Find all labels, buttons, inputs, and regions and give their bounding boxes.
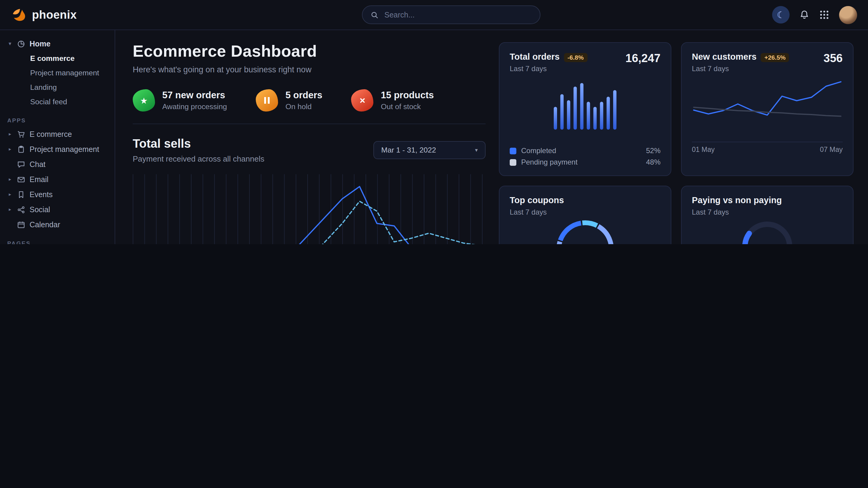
- caret-right-icon: ▸: [7, 176, 13, 182]
- date-range-select[interactable]: Mar 1 - 31, 2022 ▾: [373, 141, 486, 159]
- sidebar-item-landing[interactable]: Landing: [0, 80, 115, 95]
- sidebar-item-social[interactable]: ▸Social: [0, 202, 115, 217]
- stats-row: ★ 57 new orders Awating processing 5 ord…: [133, 89, 486, 124]
- navbar-search-input[interactable]: [384, 10, 532, 19]
- stat-caption: Out of stock: [381, 102, 434, 111]
- notifications-bell-icon[interactable]: [799, 10, 809, 20]
- new-customers-line-chart: [692, 78, 843, 138]
- cart-icon: [17, 130, 25, 138]
- page-title: Ecommerce Dashboard: [133, 42, 486, 61]
- sidebar-item-label: Events: [30, 190, 53, 199]
- brand-name: phoenix: [32, 8, 77, 22]
- dashboard-left-column: Ecommerce Dashboard Here's what's going …: [133, 42, 486, 244]
- total-orders-bar-chart: [554, 76, 617, 130]
- sidebar-item-social-feed[interactable]: Social feed: [0, 95, 115, 109]
- navbar-actions: ☾: [772, 6, 857, 24]
- sidebar-item-label: Email: [30, 175, 49, 184]
- chat-icon: [17, 160, 25, 168]
- total-sells-subtitle: Payment received across all channels: [133, 154, 264, 163]
- main-content: Ecommerce Dashboard Here's what's going …: [115, 30, 868, 244]
- total-sells-chart-area: 01 May 15 May 30 May: [133, 172, 486, 244]
- page-subtitle: Here's what's going on at your business …: [133, 65, 486, 74]
- stat-caption: Awating processing: [162, 102, 227, 111]
- navbar-search[interactable]: [362, 5, 541, 24]
- stat-new-orders: ★ 57 new orders Awating processing: [133, 89, 227, 111]
- caret-right-icon: ▸: [7, 192, 13, 197]
- star-icon: ★: [133, 89, 155, 111]
- stat-orders-on-hold: 5 orders On hold: [256, 89, 322, 111]
- sidebar-item-label: Chat: [30, 160, 45, 168]
- card-title: New customers: [692, 52, 756, 62]
- sidebar-item-home[interactable]: ▾ Home: [0, 36, 115, 51]
- sidebar-item-chat[interactable]: Chat: [0, 157, 115, 172]
- sidebar-section-apps: APPS: [7, 117, 107, 124]
- sidebar-item-label: Project management: [30, 69, 99, 77]
- card-title: Paying vs non paying: [692, 195, 782, 205]
- x-icon: ×: [351, 89, 374, 111]
- stat-value: 5 orders: [285, 90, 322, 101]
- card-value: 356: [824, 52, 843, 65]
- sidebar-item-label: E commerce: [30, 130, 72, 138]
- card-period: Last 7 days: [692, 208, 782, 217]
- pause-icon: [256, 89, 278, 111]
- clipboard-icon: [17, 145, 25, 154]
- top-coupons-card: Top coupons Last 7 days 72% Percentage d…: [499, 186, 671, 244]
- legend-swatch: [510, 159, 516, 165]
- sidebar-item-apps-ecommerce[interactable]: ▸E commerce: [0, 127, 115, 142]
- apps-grid-icon[interactable]: [819, 10, 829, 20]
- sidebar-item-events[interactable]: ▸Events: [0, 187, 115, 202]
- search-icon: [371, 10, 379, 19]
- kpi-cards: Total orders-6.8% Last 7 days 16,247 Com…: [499, 42, 854, 244]
- moon-icon: ☾: [777, 9, 785, 20]
- trend-badge: +26.5%: [761, 53, 789, 62]
- sidebar-item-calendar[interactable]: Calendar: [0, 217, 115, 232]
- caret-right-icon: ▸: [7, 147, 13, 152]
- paying-vs-nonpaying-card: Paying vs non paying Last 7 days Paying …: [681, 186, 854, 244]
- app-root: phoenix ☾ ▾ Home E commerce Project mana…: [0, 0, 868, 244]
- sidebar-item-label: Social: [30, 205, 50, 214]
- card-title: Total orders: [510, 52, 559, 62]
- share-icon: [17, 205, 25, 214]
- donut-center-label: 72%: [556, 220, 614, 244]
- user-avatar[interactable]: [839, 6, 857, 24]
- legend-value: 52%: [646, 147, 660, 155]
- sidebar-nav: ▾ Home E commerce Project management Lan…: [0, 30, 115, 244]
- sidebar-item-label: E commerce: [30, 54, 74, 63]
- calendar-icon: [17, 220, 25, 229]
- legend-label: Pending payment: [521, 158, 578, 166]
- sidebar-item-ecommerce-dashboard[interactable]: E commerce: [0, 51, 115, 66]
- new-customers-x-axis: 01 May 07 May: [692, 142, 843, 153]
- legend-label: Completed: [521, 147, 556, 155]
- x-tick: 01 May: [692, 146, 714, 153]
- legend-item: Completed52%: [510, 147, 660, 155]
- stat-value: 57 new orders: [162, 90, 227, 101]
- sidebar-item-apps-project-management[interactable]: ▸Project management: [0, 142, 115, 157]
- card-period: Last 7 days: [510, 65, 587, 73]
- sidebar-section-pages: PAGES: [7, 240, 107, 244]
- coupons-donut-chart: 72%: [556, 220, 614, 244]
- brand[interactable]: phoenix: [11, 7, 77, 23]
- new-customers-card: New customers+26.5% Last 7 days 356 01 M…: [681, 42, 854, 176]
- sidebar-item-project-management-dashboard[interactable]: Project management: [0, 66, 115, 80]
- caret-right-icon: ▸: [7, 131, 13, 137]
- caret-right-icon: ▸: [7, 207, 13, 212]
- card-period: Last 7 days: [510, 208, 564, 217]
- pie-icon: [17, 39, 25, 48]
- total-orders-card: Total orders-6.8% Last 7 days 16,247 Com…: [499, 42, 671, 176]
- stat-caption: On hold: [285, 102, 322, 111]
- date-range-value: Mar 1 - 31, 2022: [381, 146, 436, 154]
- legend-item: Pending payment48%: [510, 158, 660, 166]
- envelope-icon: [17, 175, 25, 184]
- chevron-down-icon: ▾: [475, 147, 478, 153]
- dashboard-top: Ecommerce Dashboard Here's what's going …: [115, 30, 868, 244]
- paying-gauge-chart: [722, 217, 812, 244]
- sidebar-item-label: Landing: [30, 83, 57, 92]
- legend-value: 48%: [646, 158, 660, 166]
- sidebar-item-email[interactable]: ▸Email: [0, 172, 115, 187]
- stat-value: 15 products: [381, 90, 434, 101]
- sidebar-item-label: Project management: [30, 145, 99, 154]
- theme-toggle-button[interactable]: ☾: [772, 6, 789, 24]
- sidebar-item-label: Calendar: [30, 220, 60, 229]
- top-navbar: phoenix ☾: [0, 0, 868, 30]
- card-value: 16,247: [625, 52, 660, 65]
